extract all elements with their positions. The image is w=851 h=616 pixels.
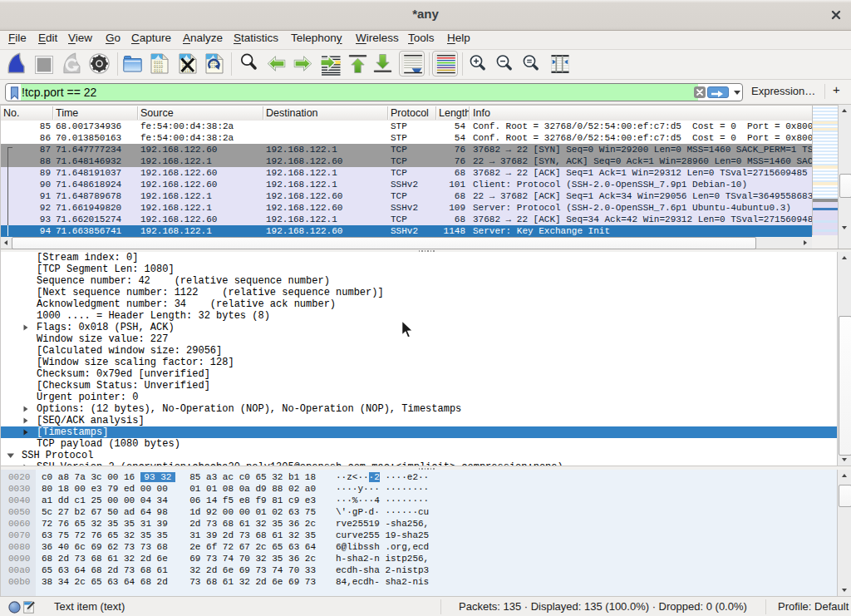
svg-text:0111: 0111 (154, 69, 163, 73)
